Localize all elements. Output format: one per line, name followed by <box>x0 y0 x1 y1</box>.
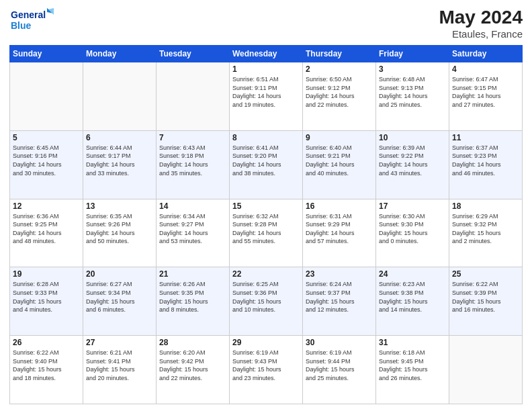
calendar-cell: 10Sunrise: 6:39 AM Sunset: 9:22 PM Dayli… <box>376 130 449 199</box>
day-info: Sunrise: 6:44 AM Sunset: 9:17 PM Dayligh… <box>86 144 153 177</box>
day-info: Sunrise: 6:18 AM Sunset: 9:45 PM Dayligh… <box>379 349 446 382</box>
calendar-cell: 25Sunrise: 6:22 AM Sunset: 9:39 PM Dayli… <box>449 267 523 336</box>
header: General Blue May 2024 Etaules, France <box>9 7 523 40</box>
day-info: Sunrise: 6:40 AM Sunset: 9:21 PM Dayligh… <box>306 144 373 177</box>
page: General Blue May 2024 Etaules, France Su… <box>0 0 532 411</box>
calendar-cell: 28Sunrise: 6:20 AM Sunset: 9:42 PM Dayli… <box>157 336 230 404</box>
day-info: Sunrise: 6:26 AM Sunset: 9:35 PM Dayligh… <box>159 280 226 314</box>
day-number: 10 <box>379 133 446 142</box>
day-number: 29 <box>232 338 300 347</box>
day-info: Sunrise: 6:29 AM Sunset: 9:32 PM Dayligh… <box>452 212 519 246</box>
day-number: 26 <box>13 338 80 347</box>
calendar-cell: 31Sunrise: 6:18 AM Sunset: 9:45 PM Dayli… <box>376 336 449 404</box>
day-info: Sunrise: 6:50 AM Sunset: 9:12 PM Dayligh… <box>306 75 373 109</box>
day-number: 14 <box>159 201 226 211</box>
calendar-cell: 15Sunrise: 6:32 AM Sunset: 9:28 PM Dayli… <box>230 199 303 267</box>
calendar-cell: 27Sunrise: 6:21 AM Sunset: 9:41 PM Dayli… <box>83 336 157 404</box>
day-number: 7 <box>159 133 226 142</box>
day-info: Sunrise: 6:24 AM Sunset: 9:37 PM Dayligh… <box>306 280 373 314</box>
calendar-cell: 18Sunrise: 6:29 AM Sunset: 9:32 PM Dayli… <box>449 199 523 267</box>
day-info: Sunrise: 6:31 AM Sunset: 9:29 PM Dayligh… <box>306 212 373 246</box>
calendar-cell: 21Sunrise: 6:26 AM Sunset: 9:35 PM Dayli… <box>157 267 230 336</box>
day-info: Sunrise: 6:27 AM Sunset: 9:34 PM Dayligh… <box>86 280 153 314</box>
calendar-cell: 6Sunrise: 6:44 AM Sunset: 9:17 PM Daylig… <box>83 130 157 199</box>
day-number: 18 <box>452 201 519 211</box>
day-info: Sunrise: 6:39 AM Sunset: 9:22 PM Dayligh… <box>379 144 446 177</box>
day-number: 24 <box>379 269 446 279</box>
day-info: Sunrise: 6:37 AM Sunset: 9:23 PM Dayligh… <box>452 144 519 177</box>
day-number: 16 <box>306 201 373 211</box>
title-block: May 2024 Etaules, France <box>439 7 523 40</box>
calendar-week-row: 5Sunrise: 6:45 AM Sunset: 9:16 PM Daylig… <box>10 130 523 199</box>
day-number: 19 <box>13 269 80 279</box>
day-info: Sunrise: 6:45 AM Sunset: 9:16 PM Dayligh… <box>13 144 80 177</box>
day-info: Sunrise: 6:41 AM Sunset: 9:20 PM Dayligh… <box>232 144 300 177</box>
calendar-week-row: 19Sunrise: 6:28 AM Sunset: 9:33 PM Dayli… <box>10 267 523 336</box>
day-number: 12 <box>13 201 80 211</box>
calendar-cell: 7Sunrise: 6:43 AM Sunset: 9:18 PM Daylig… <box>157 130 230 199</box>
calendar-cell <box>83 62 157 131</box>
calendar-cell: 5Sunrise: 6:45 AM Sunset: 9:16 PM Daylig… <box>10 130 83 199</box>
col-monday: Monday <box>83 46 157 62</box>
day-number: 4 <box>452 64 519 74</box>
calendar-cell: 22Sunrise: 6:25 AM Sunset: 9:36 PM Dayli… <box>230 267 303 336</box>
day-number: 15 <box>232 201 300 211</box>
location: Etaules, France <box>439 28 523 40</box>
calendar-cell <box>10 62 83 131</box>
calendar-cell: 4Sunrise: 6:47 AM Sunset: 9:15 PM Daylig… <box>449 62 523 131</box>
calendar-week-row: 12Sunrise: 6:36 AM Sunset: 9:25 PM Dayli… <box>10 199 523 267</box>
day-info: Sunrise: 6:51 AM Sunset: 9:11 PM Dayligh… <box>232 75 300 109</box>
day-number: 13 <box>86 201 153 211</box>
day-info: Sunrise: 6:32 AM Sunset: 9:28 PM Dayligh… <box>232 212 300 246</box>
day-number: 1 <box>232 64 300 74</box>
day-number: 2 <box>306 64 373 74</box>
calendar-cell: 14Sunrise: 6:34 AM Sunset: 9:27 PM Dayli… <box>157 199 230 267</box>
calendar-cell: 13Sunrise: 6:35 AM Sunset: 9:26 PM Dayli… <box>83 199 157 267</box>
col-tuesday: Tuesday <box>157 46 230 62</box>
day-number: 23 <box>306 269 373 279</box>
day-info: Sunrise: 6:28 AM Sunset: 9:33 PM Dayligh… <box>13 280 80 314</box>
calendar-cell: 9Sunrise: 6:40 AM Sunset: 9:21 PM Daylig… <box>303 130 376 199</box>
calendar-cell: 29Sunrise: 6:19 AM Sunset: 9:43 PM Dayli… <box>230 336 303 404</box>
calendar-cell: 11Sunrise: 6:37 AM Sunset: 9:23 PM Dayli… <box>449 130 523 199</box>
day-info: Sunrise: 6:23 AM Sunset: 9:38 PM Dayligh… <box>379 280 446 314</box>
calendar-cell: 30Sunrise: 6:19 AM Sunset: 9:44 PM Dayli… <box>303 336 376 404</box>
calendar-cell: 26Sunrise: 6:22 AM Sunset: 9:40 PM Dayli… <box>10 336 83 404</box>
day-number: 6 <box>86 133 153 142</box>
day-number: 3 <box>379 64 446 74</box>
day-info: Sunrise: 6:30 AM Sunset: 9:30 PM Dayligh… <box>379 212 446 246</box>
day-info: Sunrise: 6:25 AM Sunset: 9:36 PM Dayligh… <box>232 280 300 314</box>
calendar-week-row: 26Sunrise: 6:22 AM Sunset: 9:40 PM Dayli… <box>10 336 523 404</box>
day-info: Sunrise: 6:22 AM Sunset: 9:40 PM Dayligh… <box>13 349 80 382</box>
day-number: 25 <box>452 269 519 279</box>
day-number: 27 <box>86 338 153 347</box>
day-info: Sunrise: 6:22 AM Sunset: 9:39 PM Dayligh… <box>452 280 519 314</box>
day-info: Sunrise: 6:20 AM Sunset: 9:42 PM Dayligh… <box>159 349 226 382</box>
day-info: Sunrise: 6:35 AM Sunset: 9:26 PM Dayligh… <box>86 212 153 246</box>
calendar-cell <box>157 62 230 131</box>
col-saturday: Saturday <box>449 46 523 62</box>
day-number: 28 <box>159 338 226 347</box>
day-info: Sunrise: 6:19 AM Sunset: 9:43 PM Dayligh… <box>232 349 300 382</box>
day-number: 21 <box>159 269 226 279</box>
day-number: 31 <box>379 338 446 347</box>
calendar-header-row: Sunday Monday Tuesday Wednesday Thursday… <box>10 46 523 62</box>
day-info: Sunrise: 6:36 AM Sunset: 9:25 PM Dayligh… <box>13 212 80 246</box>
calendar-cell <box>449 336 523 404</box>
month-year: May 2024 <box>439 7 523 28</box>
day-number: 9 <box>306 133 373 142</box>
day-number: 17 <box>379 201 446 211</box>
svg-text:Blue: Blue <box>11 20 32 31</box>
day-number: 20 <box>86 269 153 279</box>
calendar-cell: 12Sunrise: 6:36 AM Sunset: 9:25 PM Dayli… <box>10 199 83 267</box>
day-info: Sunrise: 6:48 AM Sunset: 9:13 PM Dayligh… <box>379 75 446 109</box>
day-number: 5 <box>13 133 80 142</box>
day-info: Sunrise: 6:47 AM Sunset: 9:15 PM Dayligh… <box>452 75 519 109</box>
calendar-cell: 17Sunrise: 6:30 AM Sunset: 9:30 PM Dayli… <box>376 199 449 267</box>
day-info: Sunrise: 6:43 AM Sunset: 9:18 PM Dayligh… <box>159 144 226 177</box>
calendar-cell: 24Sunrise: 6:23 AM Sunset: 9:38 PM Dayli… <box>376 267 449 336</box>
calendar-cell: 8Sunrise: 6:41 AM Sunset: 9:20 PM Daylig… <box>230 130 303 199</box>
calendar-cell: 3Sunrise: 6:48 AM Sunset: 9:13 PM Daylig… <box>376 62 449 131</box>
calendar-cell: 19Sunrise: 6:28 AM Sunset: 9:33 PM Dayli… <box>10 267 83 336</box>
day-number: 22 <box>232 269 300 279</box>
